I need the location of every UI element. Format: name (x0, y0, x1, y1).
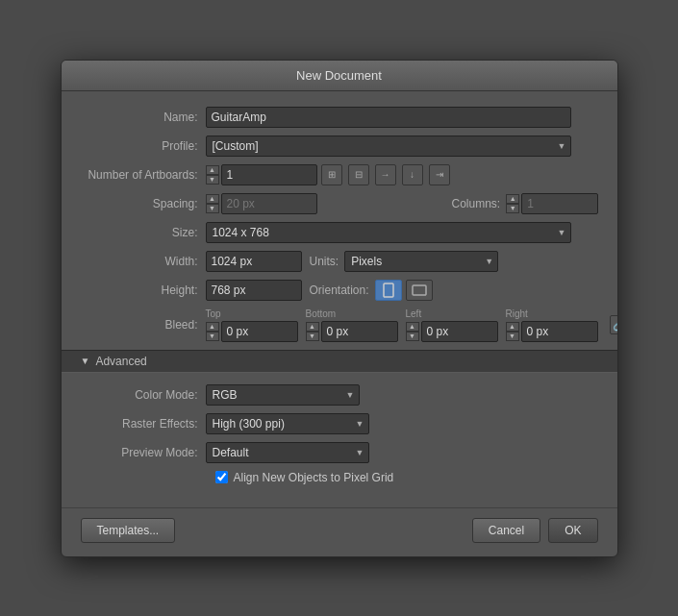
grid-layout-btn[interactable]: ⊞ (321, 164, 342, 185)
spacing-row: Spacing: ▲ ▼ Columns: ▲ ▼ (81, 193, 598, 214)
name-label: Name: (81, 111, 206, 124)
chevron-down-icon: ▼ (81, 356, 90, 366)
pixel-grid-row: Align New Objects to Pixel Grid (81, 471, 598, 484)
bleed-top-label: Top (206, 308, 221, 319)
spacing-spin-buttons: ▲ ▼ (206, 194, 219, 213)
size-select-wrapper[interactable]: 1024 x 768 (206, 222, 571, 243)
ok-button[interactable]: OK (548, 518, 597, 543)
units-select[interactable]: Pixels (344, 251, 498, 272)
columns-input[interactable] (521, 193, 598, 214)
pixel-grid-checkbox[interactable] (215, 471, 228, 483)
bleed-right-up[interactable]: ▲ (506, 322, 519, 332)
columns-spin-up[interactable]: ▲ (506, 194, 519, 204)
spacing-label: Spacing: (81, 197, 206, 210)
bleed-top-up[interactable]: ▲ (206, 322, 219, 332)
bleed-right-field: Right ▲▼ (506, 308, 598, 342)
advanced-section-divider: ▼ Advanced (62, 350, 617, 373)
bleed-top-input[interactable] (221, 321, 298, 342)
bleed-left-down[interactable]: ▼ (406, 332, 419, 341)
artboards-label: Number of Artboards: (81, 168, 206, 182)
color-mode-select-wrapper[interactable]: RGB (206, 384, 360, 406)
dialog-body: Name: Profile: [Custom] Number of Artboa… (62, 91, 617, 507)
bleed-right-down[interactable]: ▼ (506, 332, 519, 341)
pixel-grid-label: Align New Objects to Pixel Grid (234, 471, 394, 484)
bleed-label: Bleed: (81, 318, 206, 332)
width-input[interactable] (206, 251, 302, 272)
spacing-spin-up[interactable]: ▲ (206, 194, 219, 204)
preview-mode-select-wrapper[interactable]: Default (206, 442, 369, 463)
color-mode-select[interactable]: RGB (206, 384, 360, 406)
svg-rect-1 (413, 285, 426, 295)
bleed-bottom-up[interactable]: ▲ (306, 322, 319, 332)
artboards-row: Number of Artboards: ▲ ▼ ⊞ ⊟ → ↓ ⇥ (81, 164, 598, 185)
name-row: Name: (81, 107, 598, 128)
units-select-wrapper[interactable]: Pixels (344, 251, 498, 272)
advanced-label: Advanced (95, 355, 146, 368)
portrait-btn[interactable] (375, 280, 402, 301)
cancel-button[interactable]: Cancel (472, 518, 540, 543)
grid-row-btn[interactable]: ⊟ (348, 164, 369, 185)
raster-effects-select-wrapper[interactable]: High (300 ppi) (206, 413, 369, 434)
bleed-top-field: Top ▲▼ (206, 308, 298, 342)
footer-right-buttons: Cancel OK (472, 518, 598, 543)
width-row: Width: Units: Pixels (81, 251, 598, 272)
units-label: Units: (310, 255, 339, 268)
bleed-right-spinner: ▲▼ (506, 321, 598, 342)
artboards-spinner: ▲ ▼ (206, 164, 317, 185)
bleed-bottom-input[interactable] (321, 321, 398, 342)
raster-effects-row: Raster Effects: High (300 ppi) (81, 413, 598, 434)
bleed-row: Bleed: Top ▲▼ Bottom ▲▼ (81, 308, 598, 342)
size-select[interactable]: 1024 x 768 (206, 222, 571, 243)
bleed-left-field: Left ▲▼ (406, 308, 498, 342)
columns-spinner: ▲ ▼ (506, 193, 598, 214)
artboard-layout-controls: ⊞ ⊟ → ↓ ⇥ (321, 164, 450, 185)
bleed-left-label: Left (406, 308, 422, 319)
artboards-spin-up[interactable]: ▲ (206, 165, 219, 175)
preview-mode-label: Preview Mode: (90, 446, 206, 459)
size-row: Size: 1024 x 768 (81, 222, 598, 243)
name-input[interactable] (206, 107, 571, 128)
new-document-dialog: New Document Name: Profile: [Custom] Num… (61, 60, 618, 557)
bleed-bottom-spinner: ▲▼ (306, 321, 398, 342)
profile-select-wrapper[interactable]: [Custom] (206, 136, 571, 157)
artboards-input[interactable] (221, 164, 317, 185)
orientation-label: Orientation: (310, 283, 369, 297)
arrange-right-btn[interactable]: → (375, 164, 396, 185)
preview-mode-row: Preview Mode: Default (81, 442, 598, 463)
svg-rect-0 (384, 283, 393, 297)
height-input[interactable] (206, 280, 302, 301)
artboards-spin-down[interactable]: ▼ (206, 175, 219, 185)
raster-effects-label: Raster Effects: (90, 417, 206, 431)
spacing-spin-down[interactable]: ▼ (206, 204, 219, 213)
columns-spin-down[interactable]: ▼ (506, 204, 519, 213)
bleed-bottom-down[interactable]: ▼ (306, 332, 319, 341)
spacing-input[interactable] (221, 193, 317, 214)
profile-select[interactable]: [Custom] (206, 136, 571, 157)
bleed-right-input[interactable] (521, 321, 598, 342)
bleed-bottom-field: Bottom ▲▼ (306, 308, 398, 342)
spacing-spinner: ▲ ▼ (206, 193, 317, 214)
artboards-spin-buttons: ▲ ▼ (206, 165, 219, 185)
advanced-section: Color Mode: RGB Raster Effects: High (30… (81, 381, 598, 496)
bleed-left-input[interactable] (421, 321, 498, 342)
bleed-link-icon[interactable]: 🔗 (610, 315, 618, 334)
arrange-down-btn[interactable]: ↓ (402, 164, 423, 185)
profile-label: Profile: (81, 139, 206, 153)
columns-spin-buttons: ▲ ▼ (506, 194, 519, 213)
templates-button[interactable]: Templates... (81, 518, 176, 543)
bleed-top-down[interactable]: ▼ (206, 332, 219, 341)
color-mode-row: Color Mode: RGB (81, 384, 598, 406)
bleed-top-spinner: ▲▼ (206, 321, 298, 342)
profile-row: Profile: [Custom] (81, 136, 598, 157)
bleed-left-up[interactable]: ▲ (406, 322, 419, 332)
orientation-buttons (375, 280, 433, 301)
columns-label: Columns: (452, 197, 501, 210)
raster-effects-select[interactable]: High (300 ppi) (206, 413, 369, 434)
advanced-toggle[interactable]: ▼ Advanced (81, 355, 598, 368)
preview-mode-select[interactable]: Default (206, 442, 369, 463)
size-label: Size: (81, 226, 206, 239)
landscape-btn[interactable] (406, 280, 433, 301)
height-row: Height: Orientation: (81, 280, 598, 301)
arrange-next-btn[interactable]: ⇥ (429, 164, 450, 185)
dialog-footer: Templates... Cancel OK (62, 507, 617, 556)
